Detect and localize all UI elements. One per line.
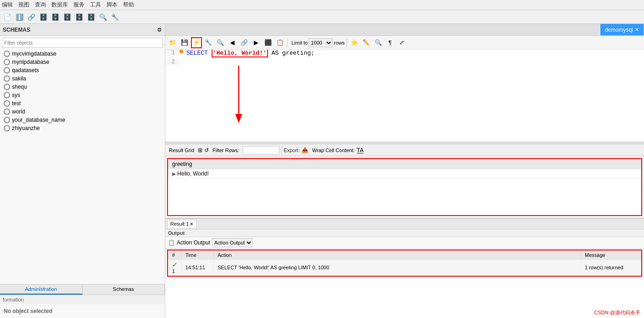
db-name-label: mynlpdatabase	[12, 59, 49, 65]
wand-btn[interactable]: ✏️	[361, 37, 372, 48]
limit-rows-select[interactable]: 1000 100 500 10000	[308, 38, 333, 47]
db-manage4-btn[interactable]: 🗄️	[73, 11, 84, 23]
result-table: greeting ▶ Hello, World!	[168, 159, 641, 179]
result-tb-icon2[interactable]: ↺	[204, 147, 209, 153]
menu-query[interactable]: 查询	[35, 1, 46, 9]
run-btn[interactable]: ▶	[251, 37, 262, 48]
output-table: # Time Action Message ✓ 1	[168, 250, 641, 276]
output-section: Result 1 ✕ Output 📋 Action Output Action…	[165, 218, 644, 278]
menu-database[interactable]: 数据库	[51, 1, 68, 9]
list-item[interactable]: your_database_name	[0, 116, 165, 124]
tab-schemas[interactable]: Schemas	[83, 284, 165, 295]
output-row[interactable]: ✓ 1 14:51:11 SELECT 'Hello, World!' AS g…	[168, 260, 641, 276]
list-item[interactable]: mynlpdatabase	[0, 58, 165, 66]
open-file-btn[interactable]: 📁	[167, 37, 178, 48]
wrench-btn[interactable]: 🔧	[109, 11, 120, 23]
export-label: Export:	[284, 148, 300, 153]
expand-btn[interactable]: ⤢	[397, 37, 408, 48]
new-file-btn[interactable]: 📄	[2, 11, 13, 23]
db-icon	[4, 84, 10, 90]
menu-help[interactable]: 帮助	[123, 1, 134, 9]
db-manage3-btn[interactable]: 🗄️	[62, 11, 73, 23]
close-result-icon[interactable]: ✕	[190, 221, 193, 227]
output-label: Output	[165, 229, 644, 237]
db-manage2-btn[interactable]: 🗄️	[50, 11, 61, 23]
sidebar-header-icon[interactable]: ⚙	[157, 27, 162, 33]
find-btn[interactable]: 🔍	[215, 37, 226, 48]
sidebar-schemas-label: SCHEMAS	[3, 27, 30, 33]
output-col-hash: #	[168, 251, 182, 260]
db-name-label: zhiyuanzhe	[12, 125, 40, 131]
code-text-1: SELECT 'Hello, World!' AS greeting;	[184, 50, 644, 57]
save-btn[interactable]: 💾	[179, 37, 190, 48]
keyword-select: SELECT	[186, 50, 208, 57]
toolbar-divider2	[347, 38, 347, 47]
db-name-label: qadatasets	[12, 67, 39, 74]
action-output-label: Action Output	[177, 239, 210, 246]
code-editor[interactable]: 1 SELECT 'Hello, World!' AS greeting; 2	[165, 50, 644, 142]
result-tb-icon[interactable]: ⊞	[198, 147, 202, 153]
menu-script[interactable]: 脚本	[106, 1, 118, 9]
db-name-label: world	[12, 108, 25, 115]
code-rest: AS greeting;	[268, 50, 314, 57]
stop-btn[interactable]: ◀	[227, 37, 238, 48]
db-name-label: sakila	[12, 75, 26, 82]
filter-rows-label: Filter Rows:	[211, 147, 241, 153]
execute-all-btn[interactable]: 🔧	[203, 37, 214, 48]
list-item[interactable]: sakila	[0, 74, 165, 83]
line-number-1: 1	[165, 50, 179, 56]
limit-select-area: Limit to 1000 100 500 10000 rows	[291, 38, 345, 47]
result-divider	[281, 147, 282, 154]
list-item[interactable]: world	[0, 108, 165, 116]
output-col-message: Message	[581, 251, 641, 260]
list-item[interactable]: zhiyuanzhe	[0, 124, 165, 132]
snippet-btn[interactable]: 📋	[274, 37, 286, 48]
action-output-bar: 📋 Action Output Action Output	[165, 237, 644, 249]
db-manage5-btn[interactable]: 🗄️	[85, 11, 96, 23]
search2-btn[interactable]: 🔍	[373, 37, 384, 48]
list-item[interactable]: sys	[0, 91, 165, 99]
result-grid-container: greeting ▶ Hello, World!	[167, 158, 642, 216]
list-item[interactable]: shequ	[0, 83, 165, 91]
sql-toolbar: 📁 💾 ⚡ 🔧 🔍 ◀ 🔗 ▶ ⬛ 📋 Limit to 1000 100 50…	[165, 36, 644, 50]
star-btn[interactable]: ⭐	[349, 37, 360, 48]
rows-label: rows	[334, 40, 344, 45]
menu-service[interactable]: 服务	[73, 1, 84, 9]
menu-edit[interactable]: 编辑	[2, 1, 13, 9]
db-manage-btn[interactable]: 🗄️	[38, 11, 49, 23]
filter-objects-input[interactable]	[2, 38, 163, 48]
toolbar-divider	[287, 38, 288, 47]
menu-view[interactable]: 视图	[18, 1, 29, 9]
list-item[interactable]: test	[0, 99, 165, 108]
list-item[interactable]: qadatasets	[0, 66, 165, 74]
text-btn[interactable]: ¶	[385, 37, 396, 48]
result-grid-tab[interactable]: Result Grid	[167, 147, 196, 153]
db-connect-btn[interactable]: 🔗	[26, 11, 37, 23]
result-tab-label: Result 1	[170, 221, 189, 227]
export-btn[interactable]: 📥	[302, 147, 308, 153]
close-tab-icon[interactable]: ✕	[635, 27, 639, 33]
action-output-select[interactable]: Action Output	[212, 238, 253, 247]
editor-tab-demomysql[interactable]: demomysql ✕	[600, 24, 644, 35]
execute-btn[interactable]: ⚡	[191, 37, 202, 48]
status-ok-icon: ✓	[172, 261, 178, 268]
reconnect-btn[interactable]: 🔗	[239, 37, 250, 48]
menu-tools[interactable]: 工具	[90, 1, 101, 9]
result-tab-1[interactable]: Result 1 ✕	[167, 220, 196, 228]
search-btn[interactable]: 🔍	[97, 11, 108, 23]
tab-administration[interactable]: Administration	[0, 284, 83, 295]
info-btn[interactable]: ℹ️	[14, 11, 25, 23]
list-item[interactable]: mycvimgdatabase	[0, 50, 165, 58]
db-name-label: shequ	[12, 84, 27, 90]
sidebar: SCHEMAS ⚙ mycvimgdatabase mynlpdatabase …	[0, 24, 165, 318]
line-dot-1	[179, 50, 184, 53]
filter-rows-input[interactable]	[243, 146, 280, 154]
output-row-action: SELECT 'Hello, World!' AS greeting LIMIT…	[214, 260, 581, 276]
wrap-content-label: Wrap Cell Content:	[312, 148, 355, 153]
stop2-btn[interactable]: ⬛	[263, 37, 274, 48]
wrap-content-btn[interactable]: T̲A̲	[357, 147, 364, 153]
sidebar-db-list: mycvimgdatabase mynlpdatabase qadatasets…	[0, 50, 165, 167]
table-row[interactable]: ▶ Hello, World!	[168, 169, 641, 179]
db-icon	[4, 100, 10, 107]
sidebar-bottom-tabs: Administration Schemas	[0, 284, 165, 295]
